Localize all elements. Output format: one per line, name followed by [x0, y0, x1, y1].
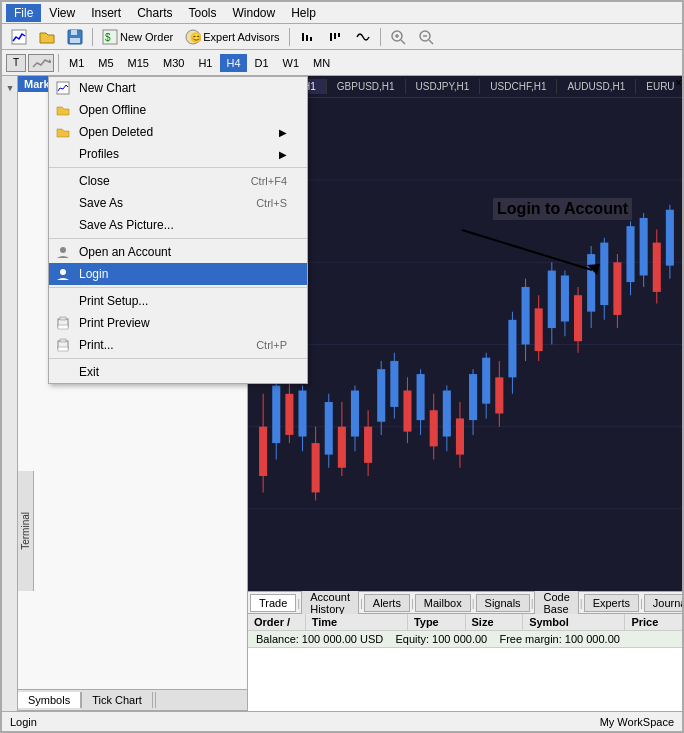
- menu-profiles[interactable]: Profiles ▶: [49, 143, 307, 165]
- svg-rect-97: [653, 243, 661, 292]
- svg-rect-69: [469, 374, 477, 420]
- open-account-icon: [55, 244, 71, 260]
- svg-rect-41: [285, 394, 293, 435]
- tb-save[interactable]: [62, 26, 88, 48]
- market-watch-toggle[interactable]: ▲: [5, 80, 15, 98]
- line-type-btn[interactable]: [28, 54, 54, 72]
- chart-tab-usdjpy[interactable]: USDJPY,H1: [406, 79, 481, 94]
- tf-m5[interactable]: M5: [92, 54, 119, 72]
- expert-advisors-button[interactable]: 😊 Expert Advisors: [180, 26, 284, 48]
- svg-rect-51: [351, 391, 359, 437]
- terminal-tab-codebase[interactable]: Code Base: [534, 588, 578, 618]
- menu-view[interactable]: View: [41, 4, 83, 22]
- svg-rect-29: [60, 339, 66, 342]
- tb-icon2[interactable]: [322, 26, 348, 48]
- save-picture-icon: [55, 217, 71, 233]
- svg-rect-65: [443, 391, 451, 437]
- sep4: [58, 54, 59, 72]
- tf-mn[interactable]: MN: [307, 54, 336, 72]
- terminal-tab-trade[interactable]: Trade: [250, 594, 296, 612]
- menu-save-as[interactable]: Save As Ctrl+S: [49, 192, 307, 214]
- balance-bar: Balance: 100 000.00 USD Equity: 100 000.…: [248, 631, 682, 648]
- exit-label: Exit: [79, 365, 99, 379]
- menu-charts[interactable]: Charts: [129, 4, 180, 22]
- tb-icon3-svg: [355, 29, 371, 45]
- separator1: [49, 167, 307, 168]
- new-order-button[interactable]: $ New Order: [97, 26, 178, 48]
- menu-insert[interactable]: Insert: [83, 4, 129, 22]
- menu-bar: File View Insert Charts Tools Window Hel…: [2, 2, 682, 24]
- menu-save-picture[interactable]: Save As Picture...: [49, 214, 307, 236]
- col-price: Price: [625, 614, 682, 630]
- chart-tab-usdchf[interactable]: USDCHF,H1: [480, 79, 557, 94]
- tf-m30[interactable]: M30: [157, 54, 190, 72]
- chart-tab-gbpusd[interactable]: GBPUSD,H1: [327, 79, 406, 94]
- terminal-tab-alerts[interactable]: Alerts: [364, 594, 410, 612]
- profiles-arrow: ▶: [279, 149, 287, 160]
- tf-m1[interactable]: M1: [63, 54, 90, 72]
- svg-rect-37: [259, 427, 267, 476]
- terminal-tab-journal[interactable]: Journal: [644, 594, 682, 612]
- annotation-container: Login to Account: [452, 198, 632, 280]
- svg-rect-47: [325, 402, 333, 455]
- tab-tick-chart[interactable]: Tick Chart: [82, 692, 153, 708]
- menu-tools[interactable]: Tools: [181, 4, 225, 22]
- menu-print-setup[interactable]: Print Setup...: [49, 290, 307, 312]
- equity-text: Equity: 100 000.00: [395, 633, 487, 645]
- annotation-text: Login to Account: [493, 198, 632, 220]
- new-chart-label: New Chart: [79, 81, 136, 95]
- separator4: [49, 358, 307, 359]
- left-sidebar: ▲: [2, 76, 18, 711]
- tb-new-chart[interactable]: [6, 26, 32, 48]
- separator2: [49, 238, 307, 239]
- profiles-label: Profiles: [79, 147, 119, 161]
- app-body: ▲ Market Watch Symbols Tick Chart: [2, 76, 682, 711]
- tb-open[interactable]: [34, 26, 60, 48]
- terminal-close[interactable]: ×: [675, 76, 682, 90]
- tf-h4[interactable]: H4: [220, 54, 246, 72]
- open-offline-label: Open Offline: [79, 103, 146, 117]
- svg-rect-30: [58, 347, 68, 351]
- print-icon: [55, 337, 71, 353]
- tb-zoom-out[interactable]: [413, 26, 439, 48]
- ts4: |: [472, 597, 475, 609]
- menu-close[interactable]: Close Ctrl+F4: [49, 170, 307, 192]
- terminal-tab-experts[interactable]: Experts: [584, 594, 639, 612]
- chart-type-btn[interactable]: T: [6, 54, 26, 72]
- tb-icon1[interactable]: [294, 26, 320, 48]
- svg-text:$: $: [105, 32, 111, 43]
- terminal-area: × Trade | Account History | Alerts | Mai…: [248, 591, 682, 711]
- tab-symbols[interactable]: Symbols: [18, 692, 81, 708]
- terminal-label: Terminal: [18, 471, 34, 591]
- terminal-tab-account-history[interactable]: Account History: [301, 588, 359, 618]
- print-preview-icon: [55, 315, 71, 331]
- menu-open-offline[interactable]: Open Offline: [49, 99, 307, 121]
- save-as-icon: [55, 195, 71, 211]
- expert-advisors-label: Expert Advisors: [203, 31, 279, 43]
- menu-window[interactable]: Window: [225, 4, 284, 22]
- menu-help[interactable]: Help: [283, 4, 324, 22]
- save-picture-label: Save As Picture...: [79, 218, 174, 232]
- tb-zoom-in[interactable]: [385, 26, 411, 48]
- tb-icon3[interactable]: [350, 26, 376, 48]
- menu-new-chart[interactable]: New Chart: [49, 77, 307, 99]
- menu-exit[interactable]: Exit: [49, 361, 307, 383]
- app-window: File View Insert Charts Tools Window Hel…: [0, 0, 684, 733]
- menu-file[interactable]: File: [6, 4, 41, 22]
- tf-d1[interactable]: D1: [249, 54, 275, 72]
- tf-h1[interactable]: H1: [192, 54, 218, 72]
- tf-w1[interactable]: W1: [277, 54, 306, 72]
- svg-rect-71: [482, 358, 490, 404]
- menu-login[interactable]: Login: [49, 263, 307, 285]
- tf-m15[interactable]: M15: [122, 54, 155, 72]
- chart-canvas: Login to Account: [248, 98, 682, 591]
- menu-open-account[interactable]: Open an Account: [49, 241, 307, 263]
- chart-tab-audusd[interactable]: AUDUSD,H1: [557, 79, 636, 94]
- menu-print-preview[interactable]: Print Preview: [49, 312, 307, 334]
- menu-open-deleted[interactable]: Open Deleted ▶: [49, 121, 307, 143]
- menu-print[interactable]: Print... Ctrl+P: [49, 334, 307, 356]
- terminal-tab-signals[interactable]: Signals: [476, 594, 530, 612]
- terminal-tab-mailbox[interactable]: Mailbox: [415, 594, 471, 612]
- svg-text:😊: 😊: [190, 31, 201, 44]
- ts3: |: [411, 597, 414, 609]
